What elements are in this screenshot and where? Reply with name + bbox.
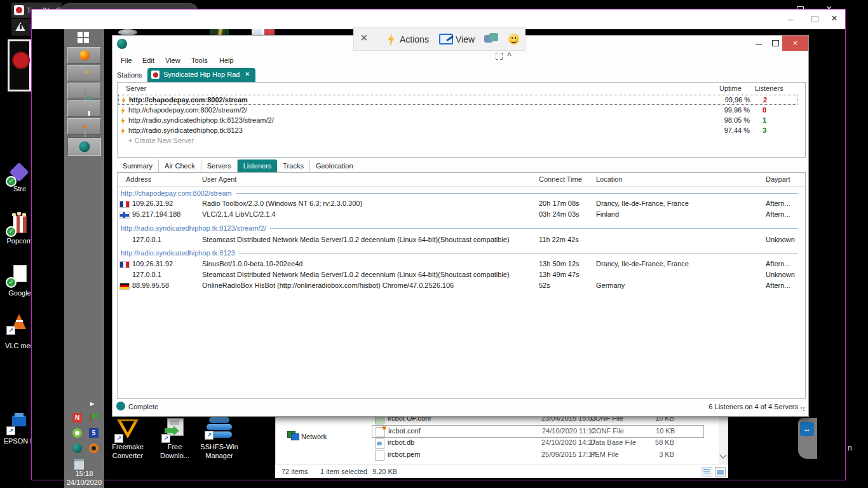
- desktop-icon-label: EPSON M: [0, 437, 33, 445]
- taskbar-button-alerts[interactable]: [67, 100, 101, 117]
- menu-help[interactable]: Help: [219, 57, 234, 64]
- group-url-link[interactable]: http://chapodepay.com:8002/stream: [121, 189, 232, 197]
- tv-minimize-icon[interactable]: –: [788, 13, 793, 24]
- listener-daypart: Aftern...: [766, 281, 790, 289]
- listener-row[interactable]: 88.99.95.58 OnlineRadioBox HisBot (http:…: [119, 281, 798, 291]
- file-row[interactable]: ircbot.pem 25/09/2015 17:17 PEM File 3 K…: [372, 449, 703, 461]
- menu-file[interactable]: File: [121, 57, 132, 64]
- tab-tracks[interactable]: Tracks: [277, 159, 310, 172]
- screen: – × TuneIN G N ✓ Stre ✓ Popcorn ✓ Google: [0, 0, 868, 488]
- group-url-link[interactable]: http://radio.syndicatedhiphop.tk:8123: [121, 249, 235, 257]
- column-header-address[interactable]: Address: [126, 175, 151, 183]
- desktop-fragment-icon: [210, 29, 229, 35]
- listener-location: Drancy, Ile-de-France, France: [596, 260, 689, 268]
- actions-menu[interactable]: Actions: [400, 34, 429, 44]
- server-row[interactable]: http://chapodepay.com:8002/stream/2/ 99,…: [118, 105, 797, 116]
- column-header-connect-time[interactable]: Connect Time: [539, 175, 582, 183]
- column-header-uptime[interactable]: Uptime: [719, 85, 742, 92]
- remote-icon-label: Manager: [193, 452, 246, 459]
- feedback-smiley-icon[interactable]: [508, 34, 519, 44]
- tab-air-check[interactable]: Air Check: [159, 159, 201, 172]
- tab-station-active[interactable]: Syndicated Hip Hop Rad ×: [147, 68, 255, 82]
- taskbar-clock[interactable]: 15:18: [64, 470, 104, 477]
- group-rule: [270, 228, 798, 229]
- explorer-nav-network[interactable]: Network: [301, 433, 327, 440]
- app-minimize-icon[interactable]: [756, 44, 762, 45]
- listener-row[interactable]: 109.26.31.92 Radio Toolbox/2.3.0 (Window…: [119, 199, 798, 209]
- listener-row[interactable]: 109.26.31.92 SinusBot/1.0.0-beta.10-202e…: [119, 259, 798, 269]
- remote-icon-free-download[interactable]: ↗: [163, 418, 186, 441]
- file-row[interactable]: ircbot.db 24/10/2020 14:27 Data Base Fil…: [372, 437, 703, 449]
- tab-geolocation[interactable]: Geolocation: [310, 159, 359, 172]
- app-maximize-icon[interactable]: [772, 40, 779, 46]
- desktop-icon-vlc[interactable]: ↗: [8, 313, 30, 333]
- desktop-icon-epson[interactable]: ↗: [8, 413, 30, 433]
- app-close-button[interactable]: ×: [782, 36, 808, 51]
- server-row[interactable]: http://radio.syndicatedhiphop.tk:8123 97…: [118, 126, 797, 136]
- server-uptime: 97,44 %: [715, 126, 750, 134]
- column-header-listeners[interactable]: Listeners: [755, 85, 783, 92]
- tab-summary[interactable]: Summary: [117, 159, 159, 172]
- desktop-icon-label: Google: [0, 289, 33, 297]
- collapse-toolbar-icon[interactable]: ^: [507, 51, 512, 60]
- taskbar-button-firefox[interactable]: [67, 47, 101, 64]
- shortcut-arrow-icon: ↗: [114, 434, 123, 443]
- tray-icon-keyboard[interactable]: [74, 459, 84, 470]
- teamviewer-toolbar: × Actions View: [353, 27, 526, 51]
- listener-row[interactable]: 127.0.0.1 Steamcast Distributed Network …: [119, 270, 798, 280]
- details-view-toggle-icon[interactable]: [702, 467, 712, 477]
- tray-expand-icon[interactable]: ▶: [90, 401, 94, 407]
- tab-servers[interactable]: Servers: [201, 159, 238, 172]
- tab-listeners-active[interactable]: Listeners: [238, 159, 278, 172]
- taskbar-button-explorer[interactable]: [67, 65, 101, 81]
- start-button-icon[interactable]: [78, 32, 89, 43]
- tray-icon-green[interactable]: [72, 428, 82, 438]
- tv-close-icon[interactable]: ×: [831, 12, 837, 25]
- column-header-location[interactable]: Location: [596, 175, 623, 183]
- fullscreen-icon[interactable]: [496, 53, 503, 60]
- resize-grip[interactable]: [800, 407, 806, 412]
- listener-row[interactable]: 95.217.194.188 VLC/2.1.4 LibVLC/2.1.4 03…: [119, 210, 798, 220]
- toolbar-close-icon[interactable]: ×: [360, 30, 368, 45]
- server-row-selected[interactable]: http://chapodepay.com:8002/stream 99,96 …: [118, 95, 797, 105]
- menu-view[interactable]: View: [165, 57, 180, 64]
- tv-maximize-icon[interactable]: [811, 16, 818, 22]
- server-uptime: 99,96 %: [715, 96, 750, 104]
- tray-icon-globe[interactable]: [72, 444, 82, 453]
- tab-close-icon[interactable]: ×: [245, 70, 249, 78]
- tray-icon-n[interactable]: N: [72, 413, 82, 423]
- view-menu[interactable]: View: [456, 34, 475, 44]
- menu-edit[interactable]: Edit: [142, 57, 154, 64]
- desktop-icon-google[interactable]: ✓: [8, 265, 30, 285]
- column-header-server[interactable]: Server: [126, 85, 146, 92]
- teamviewer-grabtab[interactable]: ↔: [798, 418, 817, 459]
- taskbar-button-notepad[interactable]: [67, 118, 101, 135]
- server-row[interactable]: http://radio.syndicatedhiphop.tk:8123/st…: [118, 116, 797, 126]
- tray-icon-five[interactable]: 5: [89, 428, 98, 438]
- taskbar-date[interactable]: 24/10/2020: [64, 478, 104, 486]
- taskbar-button-radio-app[interactable]: [67, 137, 101, 156]
- remote-icon-sshfs[interactable]: ↗: [207, 417, 232, 441]
- desktop-icon-stremio[interactable]: ✓: [8, 164, 30, 184]
- file-row-selected[interactable]: ircbot.conf 24/10/2020 11:12 CONF File 1…: [372, 425, 704, 438]
- column-header-user-agent[interactable]: User Agent: [202, 175, 236, 183]
- app-logo-icon: [117, 39, 127, 49]
- listener-address: 88.99.95.58: [132, 281, 169, 289]
- thumbnail-view-toggle-icon[interactable]: [715, 467, 726, 477]
- station-tab-label: Syndicated Hip Hop Rad: [163, 71, 244, 78]
- tray-icon-orange[interactable]: [89, 444, 98, 453]
- listener-location: Germany: [596, 281, 625, 289]
- actions-lightning-icon: [387, 32, 395, 46]
- taskbar-button-monitor[interactable]: [67, 83, 101, 99]
- tab-stations[interactable]: Stations: [117, 71, 142, 79]
- desktop-icon-popcorn[interactable]: ✓: [8, 214, 30, 234]
- chat-icon[interactable]: [489, 33, 498, 41]
- listener-row[interactable]: 127.0.0.1 Steamcast Distributed Network …: [119, 235, 798, 245]
- column-header-daypart[interactable]: Daypart: [766, 175, 790, 183]
- remote-icon-freemake[interactable]: ↗: [116, 418, 139, 441]
- listener-daypart: Aftern...: [766, 200, 790, 207]
- group-url-link[interactable]: http://radio.syndicatedhiphop.tk:8123/st…: [121, 224, 266, 232]
- tray-icon-flag[interactable]: [89, 413, 98, 423]
- menu-tools[interactable]: Tools: [191, 57, 208, 64]
- create-new-server-link[interactable]: + Create New Server: [128, 137, 194, 144]
